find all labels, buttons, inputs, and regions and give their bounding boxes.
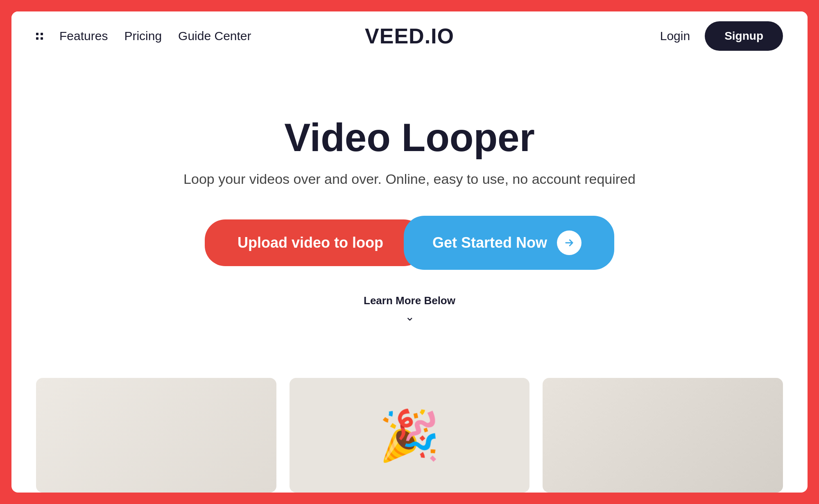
nav-left: Features Pricing Guide Center [36,29,410,43]
outer-border: Features Pricing Guide Center VEED.IO Lo… [0,0,819,504]
learn-more-text: Learn More Below [364,294,455,307]
signup-button[interactable]: Signup [705,21,783,51]
nav-right: Login Signup [410,21,783,51]
nav-features-link[interactable]: Features [59,29,108,43]
get-started-label: Get Started Now [432,234,547,251]
nav-pricing-link[interactable]: Pricing [124,29,162,43]
hero-subtitle: Loop your videos over and over. Online, … [183,171,636,187]
preview-card-left [36,378,276,493]
nav-center: VEED.IO [365,24,454,48]
arrow-circle [557,231,581,255]
preview-placeholder-right [543,378,783,493]
brand-logo[interactable]: VEED.IO [365,24,454,48]
bottom-preview: 🎉 [11,378,808,493]
emoji-balloon: 🎉 [379,411,440,460]
main-container: Features Pricing Guide Center VEED.IO Lo… [11,11,808,493]
chevron-down-icon: ⌄ [405,311,414,323]
upload-button[interactable]: Upload video to loop [205,219,424,266]
preview-placeholder-left [36,378,276,493]
preview-card-center: 🎉 [290,378,530,493]
learn-more-section: Learn More Below ⌄ [364,294,455,323]
navbar: Features Pricing Guide Center VEED.IO Lo… [11,11,808,61]
login-link[interactable]: Login [660,29,690,43]
hero-section: Video Looper Loop your videos over and o… [11,61,808,378]
grid-icon[interactable] [36,33,43,40]
preview-card-right [543,378,783,493]
arrow-right-icon [563,237,575,249]
cta-container: Upload video to loop Get Started Now [205,216,614,270]
hero-title: Video Looper [284,116,535,159]
get-started-button[interactable]: Get Started Now [404,216,614,270]
nav-guide-center-link[interactable]: Guide Center [178,29,251,43]
